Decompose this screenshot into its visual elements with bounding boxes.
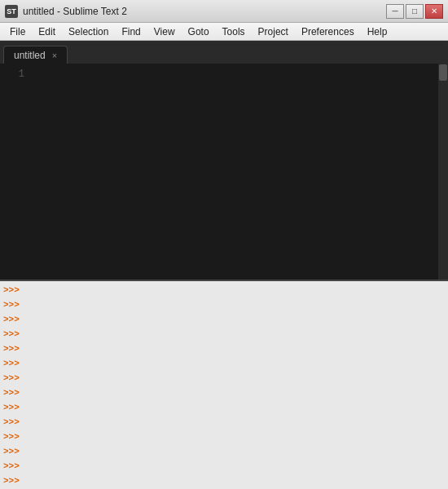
console-line: >>> <box>3 312 445 327</box>
prompt-icon: >>> <box>3 474 20 488</box>
console-content: >>> >>> >>> >>> >>> >>> >>> >>> >>> >>> <box>0 281 448 489</box>
line-numbers: 1 <box>0 64 29 280</box>
console-line: >>> <box>3 297 445 312</box>
prompt-icon: >>> <box>3 444 20 459</box>
menu-tools[interactable]: Tools <box>216 23 252 40</box>
maximize-button[interactable]: □ <box>406 4 424 19</box>
menu-preferences[interactable]: Preferences <box>295 23 361 40</box>
console-line: >>> <box>3 385 445 400</box>
menu-find[interactable]: Find <box>115 23 147 40</box>
tab-label: untitled <box>14 50 46 61</box>
menu-view[interactable]: View <box>147 23 182 40</box>
prompt-icon: >>> <box>3 327 20 341</box>
menu-edit[interactable]: Edit <box>32 23 62 40</box>
close-button[interactable]: ✕ <box>425 4 443 19</box>
minimize-button[interactable]: ─ <box>386 4 404 19</box>
prompt-icon: >>> <box>3 385 20 400</box>
console-line: >>> <box>3 341 445 356</box>
tab-close-button[interactable]: × <box>52 51 57 60</box>
prompt-icon: >>> <box>3 356 20 371</box>
console-line: >>> <box>3 283 445 297</box>
menu-bar: File Edit Selection Find View Goto Tools… <box>0 23 448 41</box>
editor-container: untitled × 1 <box>0 41 448 281</box>
prompt-icon: >>> <box>3 459 20 474</box>
app-icon: ST <box>5 5 18 18</box>
prompt-icon: >>> <box>3 312 20 327</box>
console-line: >>> <box>3 474 445 488</box>
console-line: >>> <box>3 459 445 474</box>
line-number-1: 1 <box>5 67 24 82</box>
console-line: >>> <box>3 444 445 459</box>
console-line: >>> <box>3 415 445 430</box>
scrollbar-thumb[interactable] <box>439 64 447 81</box>
console-line: >>> <box>3 327 445 341</box>
editor-scrollbar[interactable] <box>438 64 448 280</box>
prompt-icon: >>> <box>3 415 20 430</box>
console-line: >>> <box>3 400 445 415</box>
menu-help[interactable]: Help <box>361 23 394 40</box>
console-area: >>> >>> >>> >>> >>> >>> >>> >>> >>> >>> <box>0 281 448 489</box>
app-icon-label: ST <box>7 7 16 15</box>
menu-project[interactable]: Project <box>252 23 295 40</box>
console-line: >>> <box>3 356 445 371</box>
prompt-icon: >>> <box>3 430 20 444</box>
menu-selection[interactable]: Selection <box>62 23 115 40</box>
console-line: >>> <box>3 371 445 385</box>
prompt-icon: >>> <box>3 341 20 356</box>
editor-content[interactable] <box>29 64 438 280</box>
editor-tab[interactable]: untitled × <box>3 46 68 64</box>
tab-bar: untitled × <box>0 41 448 64</box>
prompt-icon: >>> <box>3 400 20 415</box>
code-area: 1 <box>0 64 448 280</box>
window-controls: ─ □ ✕ <box>386 4 443 19</box>
menu-file[interactable]: File <box>3 23 32 40</box>
prompt-icon: >>> <box>3 297 20 312</box>
window-title: untitled - Sublime Text 2 <box>23 6 386 17</box>
prompt-icon: >>> <box>3 371 20 385</box>
title-bar: ST untitled - Sublime Text 2 ─ □ ✕ <box>0 0 448 23</box>
menu-goto[interactable]: Goto <box>182 23 216 40</box>
console-line: >>> <box>3 430 445 444</box>
prompt-icon: >>> <box>3 283 20 297</box>
